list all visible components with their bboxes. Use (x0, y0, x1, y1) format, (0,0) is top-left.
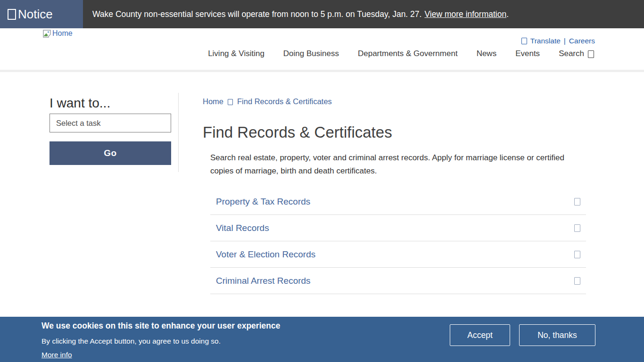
nav-departments-and-government[interactable]: Departments & Government (358, 49, 458, 58)
go-button[interactable]: Go (50, 141, 171, 165)
notice-text-suffix: . (506, 9, 509, 19)
accordion-property-tax-records[interactable]: Property & Tax Records (210, 189, 586, 215)
accordion-voter-election-records[interactable]: Voter & Election Records (210, 241, 586, 268)
sidebar-divider (178, 93, 179, 172)
translate-link[interactable]: Translate (530, 37, 561, 45)
broken-image-icon (42, 29, 51, 38)
breadcrumb-current[interactable]: Find Records & Certificates (237, 97, 332, 106)
utility-links: Translate | Careers (521, 37, 595, 45)
nav-search[interactable]: Search (559, 49, 594, 58)
site-header: Home Translate | Careers Living & Visiti… (0, 28, 644, 70)
breadcrumb: Home Find Records & Certificates (203, 97, 332, 106)
nav-doing-business[interactable]: Doing Business (283, 49, 339, 58)
page-title: Find Records & Certificates (203, 123, 392, 141)
expand-icon (574, 251, 580, 258)
search-icon (588, 50, 594, 58)
translate-icon (521, 38, 527, 44)
accordion-label: Vital Records (216, 223, 269, 233)
notice-message: Wake County non-essential services will … (83, 0, 644, 28)
accordion-label: Criminal Arrest Records (216, 276, 311, 286)
notice-text: Wake County non-essential services will … (92, 9, 421, 19)
careers-link[interactable]: Careers (569, 37, 595, 45)
expand-icon (574, 277, 580, 285)
cookie-heading: We use cookies on this site to enhance y… (41, 321, 280, 331)
nav-search-label: Search (559, 49, 584, 58)
cookie-body: By clicking the Accept button, you agree… (41, 337, 221, 346)
home-logo-link[interactable]: Home (42, 29, 73, 38)
nav-news[interactable]: News (477, 49, 497, 58)
i-want-to-heading: I want to... (50, 96, 110, 111)
page-description: Search real estate, property, voter and … (210, 151, 587, 177)
main-nav: Living & Visiting Doing Business Departm… (208, 49, 594, 58)
notice-bar: Notice Wake County non-essential service… (0, 0, 644, 28)
task-select[interactable]: Select a task (50, 114, 171, 132)
notice-label: Notice (18, 7, 53, 22)
accordion-label: Voter & Election Records (216, 249, 315, 260)
breadcrumb-home-link[interactable]: Home (203, 97, 223, 106)
notice-icon (8, 9, 16, 20)
breadcrumb-separator-icon (228, 99, 233, 105)
nav-events[interactable]: Events (515, 49, 540, 58)
more-info-link[interactable]: More info (41, 351, 72, 359)
accept-button[interactable]: Accept (450, 324, 510, 346)
accordion-vital-records[interactable]: Vital Records (210, 215, 586, 241)
cookie-banner: We use cookies on this site to enhance y… (0, 317, 644, 362)
records-accordion: Property & Tax Records Vital Records Vot… (210, 189, 586, 294)
utility-separator: | (564, 37, 566, 45)
home-logo-alt-text: Home (52, 29, 73, 38)
expand-icon (574, 198, 580, 206)
no-thanks-button[interactable]: No, thanks (519, 324, 595, 346)
nav-living-and-visiting[interactable]: Living & Visiting (208, 49, 264, 58)
accordion-label: Property & Tax Records (216, 197, 310, 207)
expand-icon (574, 224, 580, 232)
header-divider-band (0, 70, 644, 72)
notice-badge: Notice (0, 0, 83, 28)
accordion-criminal-arrest-records[interactable]: Criminal Arrest Records (210, 268, 586, 294)
view-more-information-link[interactable]: View more information (424, 9, 506, 19)
